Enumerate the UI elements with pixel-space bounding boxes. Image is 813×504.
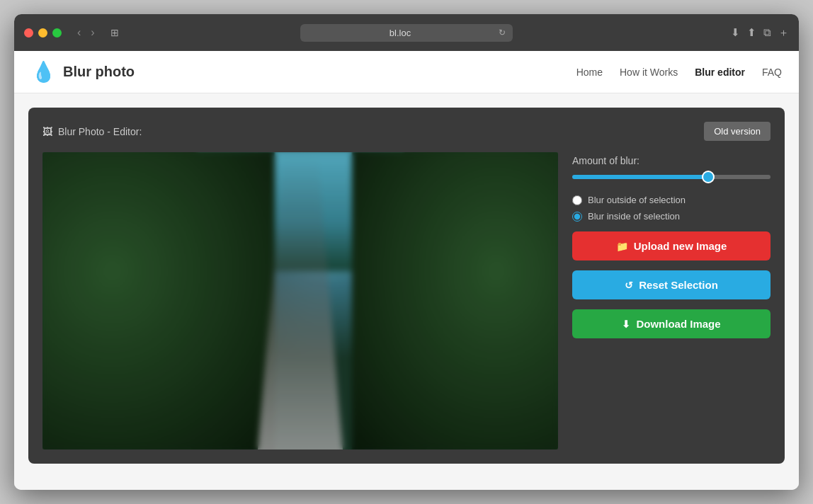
- grid-button[interactable]: ⊞: [105, 24, 125, 41]
- radio-outside-input[interactable]: [572, 195, 582, 205]
- share-icon[interactable]: ⬆: [747, 26, 756, 39]
- refresh-icon[interactable]: ↻: [499, 28, 506, 38]
- old-version-button[interactable]: Old version: [704, 122, 771, 141]
- traffic-lights: [24, 28, 62, 38]
- download-label: Download Image: [636, 318, 720, 330]
- site-nav: 💧 Blur photo Home How it Works Blur edit…: [14, 51, 799, 93]
- editor-icon: 🖼: [42, 126, 52, 137]
- radio-outside-label: Blur outside of selection: [588, 195, 686, 205]
- blur-amount-section: Amount of blur:: [572, 155, 771, 185]
- logo-icon: 💧: [31, 60, 56, 84]
- upload-button[interactable]: 📁 Upload new Image: [572, 231, 771, 260]
- controls-panel: Amount of blur: Blur outside of selectio…: [572, 152, 771, 449]
- reset-icon: ↺: [625, 280, 633, 291]
- forward-button[interactable]: ›: [86, 23, 98, 42]
- radio-inside-label: Blur inside of selection: [588, 211, 680, 222]
- nav-link-faq[interactable]: FAQ: [762, 67, 782, 78]
- nav-link-home[interactable]: Home: [576, 67, 603, 78]
- site-nav-links: Home How it Works Blur editor FAQ: [576, 67, 782, 78]
- blur-effect: [42, 152, 558, 449]
- traffic-light-minimize[interactable]: [38, 28, 47, 38]
- address-bar[interactable]: bl.loc ↻: [300, 24, 513, 42]
- nav-link-blur-editor[interactable]: Blur editor: [695, 67, 745, 78]
- reset-button[interactable]: ↺ Reset Selection: [572, 270, 771, 299]
- upload-icon: 📁: [616, 241, 628, 252]
- download-icon: ⬇: [622, 319, 630, 330]
- radio-inside-input[interactable]: [572, 212, 582, 222]
- tabs-icon[interactable]: ⧉: [763, 26, 771, 39]
- site-content: 🖼 Blur Photo - Editor: Old version: [14, 93, 799, 490]
- url-text: bl.loc: [390, 28, 411, 38]
- editor-header: 🖼 Blur Photo - Editor: Old version: [42, 122, 771, 141]
- back-button[interactable]: ‹: [73, 23, 85, 42]
- radio-blur-outside[interactable]: Blur outside of selection: [572, 195, 771, 205]
- radio-blur-inside[interactable]: Blur inside of selection: [572, 211, 771, 222]
- blur-amount-label: Amount of blur:: [572, 155, 771, 166]
- traffic-light-close[interactable]: [24, 28, 33, 38]
- radio-group: Blur outside of selection Blur inside of…: [572, 195, 771, 222]
- upload-label: Upload new Image: [634, 240, 727, 252]
- nav-arrows: ‹ ›: [73, 23, 99, 42]
- download-icon[interactable]: ⬇: [731, 26, 740, 39]
- blur-slider-container: [572, 169, 771, 182]
- blur-image: [42, 152, 558, 449]
- editor-title-text: Blur Photo - Editor:: [58, 126, 142, 137]
- browser-actions: ⬇ ⬆ ⧉ ＋: [731, 26, 789, 40]
- logo-text: Blur photo: [63, 64, 135, 80]
- editor-card: 🖼 Blur Photo - Editor: Old version: [28, 108, 785, 464]
- image-canvas[interactable]: [42, 152, 558, 449]
- reset-label: Reset Selection: [639, 279, 718, 291]
- new-tab-icon[interactable]: ＋: [778, 26, 789, 40]
- nav-link-how-it-works[interactable]: How it Works: [620, 67, 678, 78]
- editor-body: Amount of blur: Blur outside of selectio…: [42, 152, 771, 449]
- download-button[interactable]: ⬇ Download Image: [572, 309, 771, 338]
- browser-titlebar: ‹ › ⊞ bl.loc ↻ ⬇ ⬆ ⧉ ＋: [14, 14, 799, 51]
- traffic-light-maximize[interactable]: [52, 28, 62, 38]
- site-logo[interactable]: 💧 Blur photo: [31, 60, 135, 84]
- address-bar-container: bl.loc ↻: [300, 24, 513, 42]
- editor-title: 🖼 Blur Photo - Editor:: [42, 126, 142, 137]
- browser-window: ‹ › ⊞ bl.loc ↻ ⬇ ⬆ ⧉ ＋ 💧 Blur photo Home…: [14, 14, 799, 490]
- blur-slider[interactable]: [572, 175, 771, 179]
